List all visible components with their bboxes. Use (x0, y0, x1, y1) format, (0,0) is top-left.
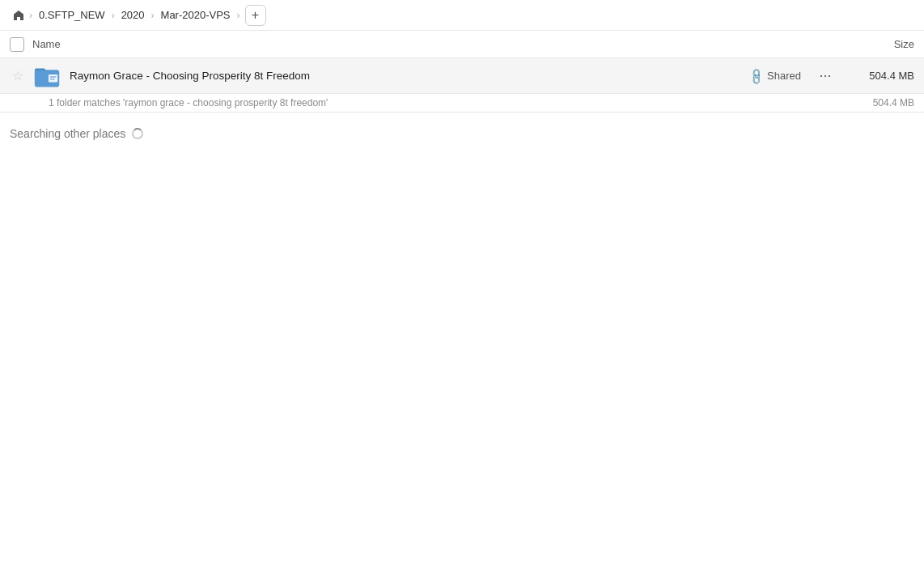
separator-1: › (29, 10, 32, 21)
column-header: Name Size (0, 31, 924, 58)
link-icon: 🔗 (747, 66, 765, 85)
result-size: 504.4 MB (850, 70, 914, 82)
breadcrumb-bar: › 0.SFTP_NEW › 2020 › Mar-2020-VPS › + (0, 0, 924, 31)
select-all-checkbox[interactable] (10, 37, 24, 52)
match-info-row: 1 folder matches 'raymon grace - choosin… (0, 94, 924, 113)
name-column-header: Name (32, 38, 833, 50)
match-count-text: 1 folder matches 'raymon grace - choosin… (49, 97, 873, 109)
loading-spinner (132, 128, 143, 139)
size-column-header: Size (833, 38, 914, 50)
separator-2: › (112, 10, 115, 21)
breadcrumb-mar2020[interactable]: Mar-2020-VPS (156, 7, 235, 23)
more-options-button[interactable]: ··· (814, 65, 837, 87)
shared-badge: 🔗 Shared (749, 70, 801, 83)
separator-3: › (151, 10, 155, 21)
result-row[interactable]: ☆ Raymon Grace - Choosing Prosperity 8t … (0, 58, 924, 94)
star-icon[interactable]: ☆ (10, 68, 26, 84)
add-tab-button[interactable]: + (245, 5, 266, 26)
match-total-size: 504.4 MB (873, 97, 914, 109)
separator-4: › (237, 10, 240, 21)
svg-rect-3 (49, 74, 57, 82)
breadcrumb-2020[interactable]: 2020 (117, 7, 150, 23)
searching-section: Searching other places (0, 113, 924, 147)
shared-label: Shared (767, 70, 801, 82)
home-breadcrumb[interactable] (10, 6, 28, 24)
searching-label: Searching other places (10, 127, 125, 140)
result-folder-name: Raymon Grace - Choosing Prosperity 8t Fr… (70, 70, 749, 82)
breadcrumb-sftp[interactable]: 0.SFTP_NEW (34, 7, 110, 23)
folder-icon (32, 62, 61, 91)
